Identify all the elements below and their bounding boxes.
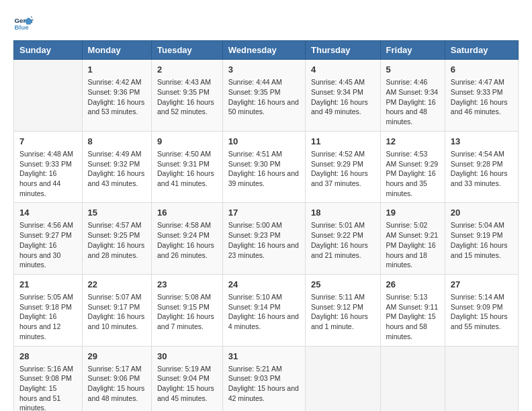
day-number: 20: [451, 207, 513, 219]
calendar-cell: 18Sunrise: 5:01 AM Sunset: 9:22 PM Dayli…: [306, 203, 381, 275]
day-number: 9: [157, 136, 217, 148]
day-number: 14: [19, 207, 77, 219]
cell-content: Sunrise: 4:49 AM Sunset: 9:32 PM Dayligh…: [88, 149, 146, 189]
calendar-cell: [380, 346, 445, 411]
header-wednesday: Wednesday: [222, 41, 305, 60]
calendar-cell: 19Sunrise: 5:02 AM Sunset: 9:21 PM Dayli…: [380, 203, 445, 275]
day-number: 23: [157, 279, 217, 291]
calendar-cell: 8Sunrise: 4:49 AM Sunset: 9:32 PM Daylig…: [82, 131, 151, 203]
cell-content: Sunrise: 5:14 AM Sunset: 9:09 PM Dayligh…: [451, 292, 513, 332]
logo-icon: General Blue: [13, 13, 34, 34]
day-number: 27: [451, 279, 513, 291]
calendar-cell: 13Sunrise: 4:54 AM Sunset: 9:28 PM Dayli…: [445, 131, 518, 203]
calendar-cell: 1Sunrise: 4:42 AM Sunset: 9:36 PM Daylig…: [82, 60, 151, 132]
day-number: 2: [157, 64, 217, 76]
calendar-cell: 5Sunrise: 4:46 AM Sunset: 9:34 PM Daylig…: [380, 60, 445, 132]
calendar-cell: 25Sunrise: 5:11 AM Sunset: 9:12 PM Dayli…: [306, 274, 381, 346]
svg-text:Blue: Blue: [15, 24, 30, 31]
calendar-week-row: 14Sunrise: 4:56 AM Sunset: 9:27 PM Dayli…: [14, 203, 519, 275]
day-number: 1: [88, 64, 146, 76]
day-number: 4: [311, 64, 375, 76]
cell-content: Sunrise: 5:04 AM Sunset: 9:19 PM Dayligh…: [451, 220, 513, 260]
calendar-cell: 22Sunrise: 5:07 AM Sunset: 9:17 PM Dayli…: [82, 274, 151, 346]
cell-content: Sunrise: 4:50 AM Sunset: 9:31 PM Dayligh…: [157, 149, 217, 189]
cell-content: Sunrise: 5:07 AM Sunset: 9:17 PM Dayligh…: [88, 292, 146, 332]
day-number: 12: [386, 136, 439, 148]
calendar-cell: 26Sunrise: 5:13 AM Sunset: 9:11 PM Dayli…: [380, 274, 445, 346]
day-number: 25: [311, 279, 375, 291]
cell-content: Sunrise: 5:08 AM Sunset: 9:15 PM Dayligh…: [157, 292, 217, 332]
day-number: 31: [228, 351, 300, 363]
calendar-week-row: 1Sunrise: 4:42 AM Sunset: 9:36 PM Daylig…: [14, 60, 519, 132]
calendar-cell: 17Sunrise: 5:00 AM Sunset: 9:23 PM Dayli…: [222, 203, 305, 275]
calendar-cell: [14, 60, 83, 132]
calendar-cell: 21Sunrise: 5:05 AM Sunset: 9:18 PM Dayli…: [14, 274, 83, 346]
calendar-week-row: 21Sunrise: 5:05 AM Sunset: 9:18 PM Dayli…: [14, 274, 519, 346]
calendar-cell: 29Sunrise: 5:17 AM Sunset: 9:06 PM Dayli…: [82, 346, 151, 411]
calendar-cell: 3Sunrise: 4:44 AM Sunset: 9:35 PM Daylig…: [222, 60, 305, 132]
cell-content: Sunrise: 5:16 AM Sunset: 9:08 PM Dayligh…: [19, 364, 77, 411]
cell-content: Sunrise: 5:05 AM Sunset: 9:18 PM Dayligh…: [19, 292, 77, 341]
cell-content: Sunrise: 5:02 AM Sunset: 9:21 PM Dayligh…: [386, 220, 439, 269]
cell-content: Sunrise: 5:11 AM Sunset: 9:12 PM Dayligh…: [311, 292, 375, 332]
day-number: 8: [88, 136, 146, 148]
day-number: 18: [311, 207, 375, 219]
day-number: 19: [386, 207, 439, 219]
day-number: 16: [157, 207, 217, 219]
cell-content: Sunrise: 4:51 AM Sunset: 9:30 PM Dayligh…: [228, 149, 300, 189]
calendar-cell: 6Sunrise: 4:47 AM Sunset: 9:33 PM Daylig…: [445, 60, 518, 132]
cell-content: Sunrise: 4:58 AM Sunset: 9:24 PM Dayligh…: [157, 220, 217, 260]
day-number: 24: [228, 279, 300, 291]
cell-content: Sunrise: 5:17 AM Sunset: 9:06 PM Dayligh…: [88, 364, 146, 404]
day-number: 11: [311, 136, 375, 148]
calendar-cell: 23Sunrise: 5:08 AM Sunset: 9:15 PM Dayli…: [152, 274, 223, 346]
calendar-header-row: SundayMondayTuesdayWednesdayThursdayFrid…: [14, 41, 519, 60]
logo: General Blue: [13, 13, 36, 34]
day-number: 6: [451, 64, 513, 76]
day-number: 13: [451, 136, 513, 148]
calendar-cell: 14Sunrise: 4:56 AM Sunset: 9:27 PM Dayli…: [14, 203, 83, 275]
cell-content: Sunrise: 4:46 AM Sunset: 9:34 PM Dayligh…: [386, 77, 439, 126]
day-number: 28: [19, 351, 77, 363]
cell-content: Sunrise: 4:44 AM Sunset: 9:35 PM Dayligh…: [228, 77, 300, 117]
calendar-cell: [306, 346, 381, 411]
cell-content: Sunrise: 4:56 AM Sunset: 9:27 PM Dayligh…: [19, 220, 77, 269]
day-number: 29: [88, 351, 146, 363]
day-number: 21: [19, 279, 77, 291]
cell-content: Sunrise: 5:13 AM Sunset: 9:11 PM Dayligh…: [386, 292, 439, 341]
cell-content: Sunrise: 4:53 AM Sunset: 9:29 PM Dayligh…: [386, 149, 439, 198]
cell-content: Sunrise: 5:01 AM Sunset: 9:22 PM Dayligh…: [311, 220, 375, 260]
cell-content: Sunrise: 4:57 AM Sunset: 9:25 PM Dayligh…: [88, 220, 146, 260]
day-number: 22: [88, 279, 146, 291]
cell-content: Sunrise: 4:43 AM Sunset: 9:35 PM Dayligh…: [157, 77, 217, 117]
calendar-cell: 27Sunrise: 5:14 AM Sunset: 9:09 PM Dayli…: [445, 274, 518, 346]
calendar-cell: 28Sunrise: 5:16 AM Sunset: 9:08 PM Dayli…: [14, 346, 83, 411]
calendar-cell: 15Sunrise: 4:57 AM Sunset: 9:25 PM Dayli…: [82, 203, 151, 275]
calendar-cell: 10Sunrise: 4:51 AM Sunset: 9:30 PM Dayli…: [222, 131, 305, 203]
day-number: 7: [19, 136, 77, 148]
calendar-cell: 31Sunrise: 5:21 AM Sunset: 9:03 PM Dayli…: [222, 346, 305, 411]
cell-content: Sunrise: 4:48 AM Sunset: 9:33 PM Dayligh…: [19, 149, 77, 198]
calendar-cell: 20Sunrise: 5:04 AM Sunset: 9:19 PM Dayli…: [445, 203, 518, 275]
cell-content: Sunrise: 4:54 AM Sunset: 9:28 PM Dayligh…: [451, 149, 513, 189]
calendar-cell: 16Sunrise: 4:58 AM Sunset: 9:24 PM Dayli…: [152, 203, 223, 275]
calendar-cell: 12Sunrise: 4:53 AM Sunset: 9:29 PM Dayli…: [380, 131, 445, 203]
calendar-table: SundayMondayTuesdayWednesdayThursdayFrid…: [13, 40, 519, 411]
calendar-cell: 30Sunrise: 5:19 AM Sunset: 9:04 PM Dayli…: [152, 346, 223, 411]
calendar-week-row: 7Sunrise: 4:48 AM Sunset: 9:33 PM Daylig…: [14, 131, 519, 203]
day-number: 26: [386, 279, 439, 291]
cell-content: Sunrise: 4:42 AM Sunset: 9:36 PM Dayligh…: [88, 77, 146, 117]
calendar-week-row: 28Sunrise: 5:16 AM Sunset: 9:08 PM Dayli…: [14, 346, 519, 411]
cell-content: Sunrise: 4:47 AM Sunset: 9:33 PM Dayligh…: [451, 77, 513, 117]
cell-content: Sunrise: 5:00 AM Sunset: 9:23 PM Dayligh…: [228, 220, 300, 260]
calendar-cell: 7Sunrise: 4:48 AM Sunset: 9:33 PM Daylig…: [14, 131, 83, 203]
cell-content: Sunrise: 4:45 AM Sunset: 9:34 PM Dayligh…: [311, 77, 375, 117]
header-thursday: Thursday: [306, 41, 381, 60]
page-header: General Blue: [13, 13, 519, 34]
day-number: 3: [228, 64, 300, 76]
header-monday: Monday: [82, 41, 151, 60]
calendar-cell: 2Sunrise: 4:43 AM Sunset: 9:35 PM Daylig…: [152, 60, 223, 132]
cell-content: Sunrise: 4:52 AM Sunset: 9:29 PM Dayligh…: [311, 149, 375, 189]
calendar-cell: [445, 346, 518, 411]
calendar-cell: 4Sunrise: 4:45 AM Sunset: 9:34 PM Daylig…: [306, 60, 381, 132]
